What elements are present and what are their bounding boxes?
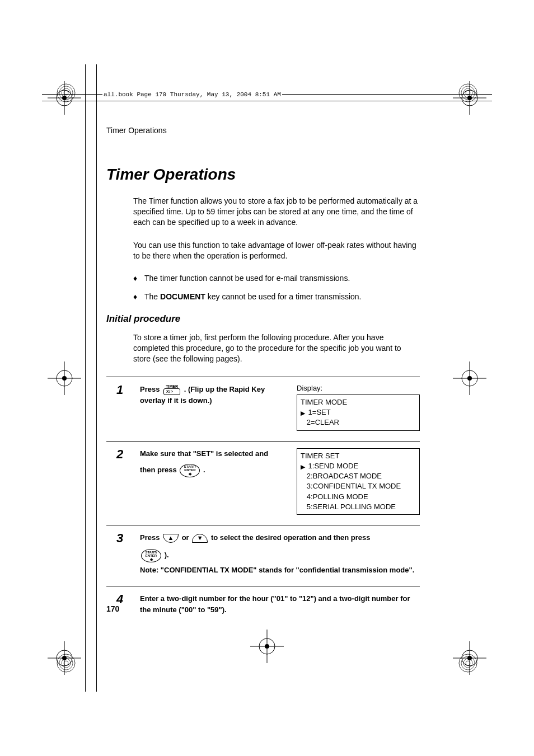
- svg-point-27: [265, 644, 269, 649]
- svg-point-19: [62, 376, 67, 381]
- lcd-text: 1=SET: [306, 408, 331, 416]
- lcd-line: 3:CONFIDENTIAL TX MODE: [301, 481, 416, 491]
- registration-mark-icon: [48, 361, 81, 395]
- section-intro: To store a timer job, first perform the …: [133, 332, 420, 364]
- lcd-line: TIMER MODE: [301, 397, 416, 407]
- step-2-post: .: [203, 466, 205, 474]
- lcd-line: TIMER SET: [301, 451, 416, 461]
- diamond-bullet-icon: ♦: [133, 292, 144, 302]
- selector-triangle-icon: ▶: [301, 463, 305, 471]
- bullet-2-pre: The: [144, 292, 160, 301]
- step-4-instruction: Enter a two-digit number for the hour ("…: [140, 593, 420, 616]
- step-2-instruction: Make sure that "SET" is selected and the…: [140, 448, 287, 515]
- registration-mark-icon: [453, 361, 486, 395]
- up-arrow-key-icon: ▲: [163, 534, 179, 543]
- lcd-line: 2:BROADCAST MODE: [301, 471, 416, 481]
- step-number: 1: [116, 384, 130, 431]
- lcd-line: ▶ 1=SET: [301, 407, 416, 417]
- lcd-line: ▶ 1:SEND MODE: [301, 461, 416, 471]
- steps-table: 1 Press TIMER X/> . (Flip up the Rapid K…: [106, 377, 420, 626]
- step-2-line1: Make sure that "SET" is selected and: [140, 448, 287, 459]
- svg-point-37: [64, 661, 68, 665]
- diamond-icon: ◈: [150, 557, 153, 561]
- start-enter-key-icon: START/ ENTER ◈: [180, 464, 200, 477]
- display-label: Display:: [297, 384, 420, 392]
- bullet-1-text: The timer function cannot be used for e-…: [144, 273, 350, 284]
- step-2-pre: then press: [140, 466, 179, 474]
- down-arrow-key-icon: ▼: [192, 534, 208, 543]
- section-heading: Initial procedure: [106, 313, 420, 325]
- bullet-2: ♦ The DOCUMENT key cannot be used for a …: [133, 292, 420, 302]
- page-title: Timer Operations: [106, 166, 420, 184]
- rule-horizontal-2: [42, 101, 492, 101]
- page-meta-line: all.book Page 170 Thursday, May 13, 2004…: [102, 91, 282, 98]
- step-number: 3: [116, 532, 130, 576]
- step-1: 1 Press TIMER X/> . (Flip up the Rapid K…: [106, 377, 420, 442]
- step-2-display: TIMER SET ▶ 1:SEND MODE 2:BROADCAST MODE…: [297, 448, 420, 515]
- bullet-2-post: key cannot be used for a timer transmiss…: [205, 292, 362, 301]
- intro-paragraph-2: You can use this function to take advant…: [133, 240, 420, 261]
- svg-point-41: [466, 661, 470, 665]
- svg-point-39: [59, 656, 73, 670]
- lcd-display: TIMER MODE ▶ 1=SET 2=CLEAR: [297, 395, 420, 431]
- step-3-mid: or: [182, 533, 191, 542]
- step-1-instruction: Press TIMER X/> . (Flip up the Rapid Key…: [140, 384, 287, 431]
- step-1-pre: Press: [140, 385, 162, 393]
- lcd-line: 4:POLLING MODE: [301, 492, 416, 502]
- step-4: 4 Enter a two-digit number for the hour …: [106, 586, 420, 626]
- timer-key-box: X/>: [163, 388, 180, 395]
- svg-point-38: [62, 659, 71, 668]
- rule-vertical-1: [85, 64, 86, 692]
- svg-point-33: [466, 91, 470, 95]
- timer-key-icon: TIMER X/>: [163, 384, 180, 395]
- running-head: Timer Operations: [106, 126, 420, 135]
- step-number: 2: [116, 448, 130, 515]
- lcd-display: TIMER SET ▶ 1:SEND MODE 2:BROADCAST MODE…: [297, 448, 420, 515]
- step-2: 2 Make sure that "SET" is selected and t…: [106, 442, 420, 525]
- diamond-icon: ◈: [189, 472, 191, 476]
- bullet-2-text: The DOCUMENT key cannot be used for a ti…: [144, 292, 361, 302]
- timer-key-label: TIMER: [163, 384, 180, 388]
- svg-point-28: [57, 84, 75, 102]
- registration-mark-icon: [250, 630, 284, 663]
- svg-point-29: [64, 91, 68, 95]
- step-3-instruction: Press ▲ or ▼ to select the desired opera…: [140, 532, 420, 576]
- svg-point-35: [461, 86, 475, 100]
- step-3-note: Note: "CONFIDENTIAL TX MODE" stands for …: [140, 565, 420, 576]
- rosette-icon: [458, 83, 478, 103]
- svg-point-43: [461, 656, 475, 670]
- lcd-text: 1:SEND MODE: [306, 462, 358, 470]
- step-3: 3 Press ▲ or ▼ to select the desired ope…: [106, 525, 420, 586]
- rosette-icon: [56, 83, 76, 103]
- svg-point-42: [463, 659, 472, 668]
- lcd-line: 2=CLEAR: [301, 417, 416, 428]
- bullet-2-key: DOCUMENT: [160, 292, 205, 301]
- rosette-icon: [56, 653, 76, 673]
- svg-point-40: [459, 654, 477, 672]
- rosette-icon: [458, 653, 478, 673]
- lcd-line: 5:SERIAL POLLING MODE: [301, 502, 416, 512]
- svg-point-30: [62, 88, 71, 97]
- diamond-bullet-icon: ♦: [133, 273, 144, 284]
- step-1-display: Display: TIMER MODE ▶ 1=SET 2=CLEAR: [297, 384, 420, 431]
- start-enter-key-icon: START/ ENTER ◈: [141, 549, 161, 562]
- svg-point-32: [459, 84, 477, 102]
- svg-point-34: [463, 88, 472, 97]
- step-3-post: to select the desired operation and then…: [211, 533, 371, 542]
- step-3-pre: Press: [140, 533, 162, 542]
- step-3-line2-post: ).: [165, 551, 169, 560]
- selector-triangle-icon: ▶: [301, 409, 305, 417]
- svg-point-23: [467, 376, 472, 381]
- intro-paragraph-1: The Timer function allows you to store a…: [133, 196, 420, 228]
- svg-point-31: [59, 86, 73, 100]
- page-number: 170: [106, 604, 119, 613]
- svg-point-36: [57, 654, 75, 672]
- rule-vertical-2: [96, 64, 97, 692]
- page-content: Timer Operations Timer Operations The Ti…: [106, 126, 420, 626]
- bullet-1: ♦ The timer function cannot be used for …: [133, 273, 420, 284]
